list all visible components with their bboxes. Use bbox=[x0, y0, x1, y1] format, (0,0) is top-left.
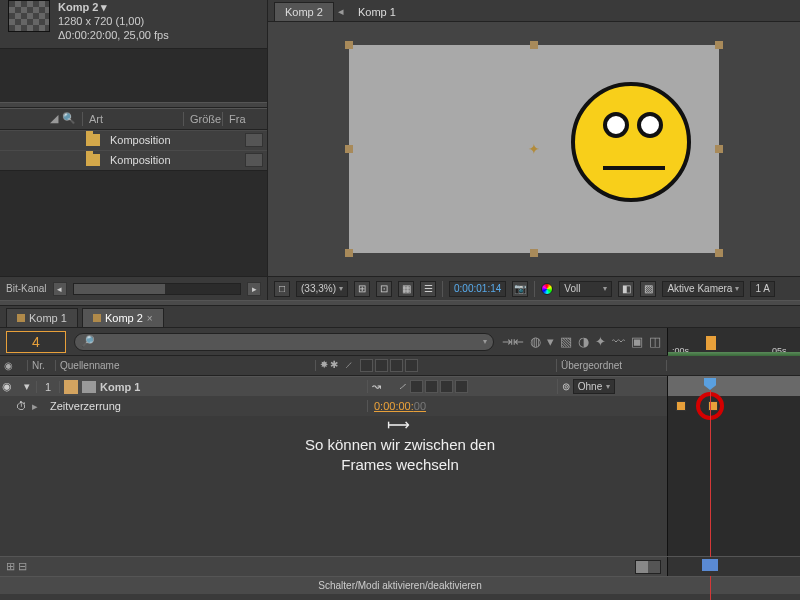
draft3d-icon[interactable]: ◍ bbox=[530, 334, 541, 349]
tab-dot-icon bbox=[17, 314, 25, 322]
comp-tab[interactable]: Komp 1 bbox=[348, 3, 406, 21]
render-icon[interactable]: ◫ bbox=[649, 334, 661, 349]
source-column-header[interactable]: Quellenname bbox=[56, 360, 316, 371]
transform-handle[interactable] bbox=[530, 41, 538, 49]
project-column-headers: ◢ 🔍 Art Größe Fra bbox=[0, 108, 267, 130]
project-row[interactable]: Komposition bbox=[0, 130, 267, 150]
magnify-icon[interactable]: □ bbox=[274, 281, 290, 297]
guides-icon[interactable]: ☰ bbox=[420, 281, 436, 297]
twirl-down-icon[interactable]: ▾ bbox=[24, 380, 36, 393]
smiley-eye-right bbox=[637, 112, 663, 138]
frameblend-icon[interactable]: ▧ bbox=[560, 334, 572, 349]
label-color-icon[interactable] bbox=[64, 380, 78, 394]
property-name: Zeitverzerrung bbox=[38, 400, 367, 412]
timeline-timecode[interactable]: 4 bbox=[6, 331, 66, 353]
graph-editor-icon[interactable]: 〰 bbox=[612, 334, 625, 349]
comp-canvas[interactable]: ✦ bbox=[349, 45, 719, 253]
bit-depth-label[interactable]: Bit-Kanal bbox=[6, 283, 47, 294]
timeline-search-input[interactable]: 🔎 ▾ bbox=[74, 333, 494, 351]
transparency-grid-icon[interactable]: ▨ bbox=[640, 281, 656, 297]
time-navigator[interactable] bbox=[667, 557, 800, 576]
switch-box[interactable] bbox=[440, 380, 453, 393]
cti-handle-icon[interactable] bbox=[706, 336, 716, 350]
viewer-timecode[interactable]: 0:00:01:14 bbox=[449, 281, 506, 297]
layer-row[interactable]: ◉ ▾ 1 Komp 1 ↝ ⟋ ⊚ Ohne▾ bbox=[0, 376, 667, 396]
viewer-toolbar: □ (33,3%)▾ ⊞ ⊡ ▦ ☰ 0:00:01:14 📷 Voll▾ ◧ … bbox=[268, 276, 800, 300]
expand-icon[interactable]: ⊞ ⊟ bbox=[6, 560, 27, 573]
col-size[interactable]: Größe bbox=[184, 113, 222, 125]
transform-handle[interactable] bbox=[345, 249, 353, 257]
switches-modes-toggle[interactable] bbox=[635, 560, 661, 574]
smiley-shape[interactable] bbox=[571, 82, 691, 202]
stopwatch-icon[interactable]: ⏱ bbox=[14, 400, 28, 412]
property-value[interactable]: 0:00:00:00 bbox=[367, 400, 557, 412]
time-ruler[interactable]: :00s 05s bbox=[668, 328, 800, 356]
keyframe-icon[interactable] bbox=[676, 401, 686, 411]
shy-switch-icon[interactable]: ↝ bbox=[372, 380, 381, 393]
caps-lock-icon[interactable]: ▣ bbox=[631, 334, 643, 349]
search-icon[interactable]: 🔍 bbox=[62, 112, 76, 125]
transform-handle[interactable] bbox=[715, 145, 723, 153]
tab-separator-icon: ◂ bbox=[338, 5, 344, 21]
composition-thumbnail[interactable] bbox=[8, 0, 50, 32]
av-column-header: ◉ bbox=[0, 360, 28, 371]
composition-viewer[interactable]: ✦ bbox=[268, 22, 800, 276]
switch-box[interactable] bbox=[410, 380, 423, 393]
project-panel: Komp 2 ▾ 1280 x 720 (1,00) Δ0:00:20:00, … bbox=[0, 0, 268, 300]
zoom-dropdown[interactable]: (33,3%)▾ bbox=[296, 281, 348, 297]
comp-layer-icon bbox=[82, 381, 96, 393]
work-area-bar[interactable] bbox=[668, 352, 800, 356]
composition-icon bbox=[86, 154, 100, 166]
switch-box[interactable] bbox=[425, 380, 438, 393]
exposure-icon[interactable]: ◧ bbox=[618, 281, 634, 297]
brainstorm-icon[interactable]: ✦ bbox=[595, 334, 606, 349]
close-icon[interactable]: × bbox=[147, 313, 153, 324]
visibility-icon[interactable]: ◉ bbox=[0, 380, 14, 393]
scroll-right-button[interactable]: ▸ bbox=[247, 282, 261, 296]
project-hscroll[interactable] bbox=[73, 283, 241, 295]
layer-duration-bar[interactable] bbox=[668, 376, 800, 396]
chevron-down-icon: ▾ bbox=[483, 337, 487, 346]
shy-icon[interactable]: ⇥⇤ bbox=[502, 334, 524, 349]
timeline-track-area[interactable] bbox=[667, 376, 800, 556]
comp-info-duration: Δ0:00:20:00, 25,00 fps bbox=[58, 28, 169, 42]
status-bar: Schalter/Modi aktivieren/deaktivieren bbox=[0, 576, 800, 594]
filter-icon[interactable]: ◢ bbox=[50, 112, 58, 125]
navigator-thumb[interactable] bbox=[702, 559, 718, 571]
roi-icon[interactable]: ⊡ bbox=[376, 281, 392, 297]
pickwhip-icon[interactable]: ⊚ bbox=[562, 381, 570, 392]
transform-handle[interactable] bbox=[715, 41, 723, 49]
col-framerate[interactable]: Fra bbox=[223, 113, 252, 125]
parent-column-header[interactable]: Übergeordnet bbox=[557, 360, 667, 371]
smiley-mouth bbox=[603, 166, 665, 170]
motionblur-icon[interactable]: ◑ bbox=[578, 334, 589, 349]
flowchart-icon[interactable] bbox=[245, 153, 263, 167]
grid-icon[interactable]: ▦ bbox=[398, 281, 414, 297]
anchor-point-icon[interactable]: ✦ bbox=[527, 142, 541, 156]
views-dropdown[interactable]: 1 A bbox=[750, 281, 774, 297]
timeline-tab-active[interactable]: Komp 2 × bbox=[82, 308, 164, 327]
transform-handle[interactable] bbox=[530, 249, 538, 257]
transform-handle[interactable] bbox=[345, 41, 353, 49]
snapshot-icon[interactable]: 📷 bbox=[512, 281, 528, 297]
property-row[interactable]: ⏱ ▸ Zeitverzerrung 0:00:00:00 bbox=[0, 396, 667, 416]
transform-handle[interactable] bbox=[345, 145, 353, 153]
channel-icon[interactable] bbox=[541, 283, 553, 295]
switches-column-header: ✸✱⟋ bbox=[316, 359, 557, 372]
timeline-tab[interactable]: Komp 1 bbox=[6, 308, 78, 327]
layer-name[interactable]: Komp 1 bbox=[100, 381, 367, 393]
arrow-right-icon: ⟼ bbox=[305, 415, 495, 435]
composition-panel: Komp 2 ◂ Komp 1 ✦ bbox=[268, 0, 800, 300]
quality-dropdown[interactable]: Voll▾ bbox=[559, 281, 612, 297]
parent-dropdown[interactable]: Ohne▾ bbox=[573, 379, 615, 394]
camera-dropdown[interactable]: Aktive Kamera▾ bbox=[662, 281, 744, 297]
col-kind[interactable]: Art bbox=[83, 113, 183, 125]
project-row[interactable]: Komposition bbox=[0, 150, 267, 170]
flowchart-icon[interactable] bbox=[245, 133, 263, 147]
comp-tab-active[interactable]: Komp 2 bbox=[274, 2, 334, 21]
nr-column-header[interactable]: Nr. bbox=[28, 360, 56, 371]
transform-handle[interactable] bbox=[715, 249, 723, 257]
resolution-icon[interactable]: ⊞ bbox=[354, 281, 370, 297]
scroll-left-button[interactable]: ◂ bbox=[53, 282, 67, 296]
switch-box[interactable] bbox=[455, 380, 468, 393]
